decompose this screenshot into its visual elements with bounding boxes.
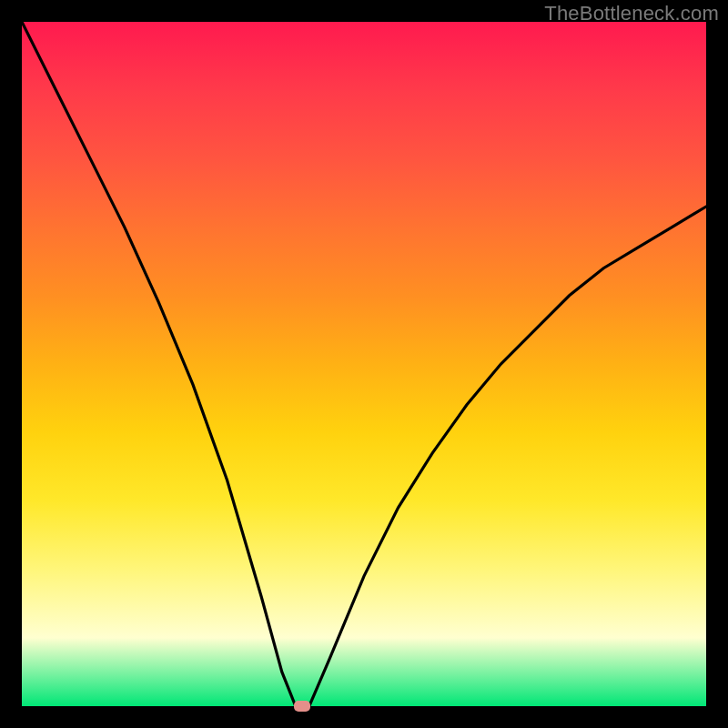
chart-plot-area	[22, 22, 706, 706]
chart-frame: TheBottleneck.com	[0, 0, 728, 728]
optimal-marker	[294, 701, 310, 712]
bottleneck-curve	[22, 22, 706, 706]
curve-path	[22, 22, 706, 706]
